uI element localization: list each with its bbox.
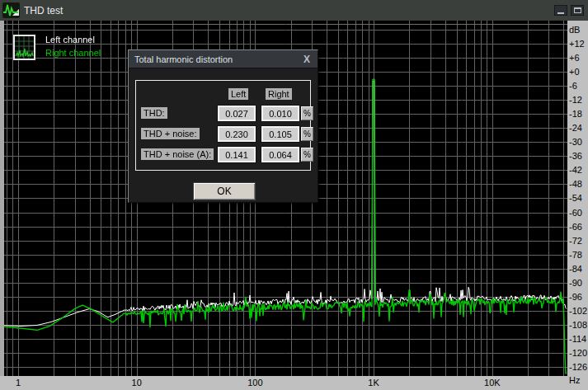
y-tick-label: -72 (569, 236, 582, 246)
y-tick-label: -12 (569, 95, 582, 105)
y-tick-label: -114 (569, 334, 586, 344)
thd-value-left: 0.027 (218, 106, 256, 121)
thd-row-label: THD: (141, 107, 167, 119)
percent-unit-button[interactable]: % (301, 106, 313, 120)
y-tick-label: -54 (569, 193, 582, 203)
x-tick-label: 10K (484, 378, 501, 388)
y-tick-label: -96 (569, 292, 582, 302)
thd-value-left: 0.230 (218, 126, 256, 142)
y-axis-unit-label: dB (569, 25, 580, 35)
y-tick-label: -120 (569, 348, 587, 358)
y-tick-label: +6 (569, 53, 580, 63)
y-tick-label: -60 (569, 208, 582, 218)
y-tick-label: -42 (569, 165, 582, 175)
column-header-left: Left (228, 88, 248, 100)
y-tick-label: -6 (569, 81, 577, 91)
thd-value-right: 0.105 (261, 126, 299, 142)
x-tick-label: 10 (132, 378, 142, 388)
y-tick-label: +12 (569, 39, 585, 49)
app-window: THD test dB+12+6+0-6-12-18-24-30-36-42-4… (0, 0, 588, 390)
y-tick-label: -90 (569, 278, 582, 288)
dialog-title-bar[interactable]: Total harmonic distortion X (129, 50, 318, 68)
close-icon[interactable]: X (302, 54, 312, 64)
window-title: THD test (24, 5, 63, 16)
thd-row-label: THD + noise (A): (141, 148, 214, 160)
legend-right-channel: Right channel (45, 47, 101, 59)
legend-left-channel: Left channel (45, 34, 101, 46)
y-tick-label: +0 (569, 67, 580, 77)
y-tick-label: -126 (569, 362, 587, 372)
y-tick-label: -30 (569, 137, 582, 147)
maximize-button[interactable] (571, 5, 584, 16)
y-tick-label: -48 (569, 179, 582, 189)
ok-button[interactable]: OK (193, 182, 256, 200)
percent-unit-button[interactable]: % (301, 127, 313, 141)
dialog-title: Total harmonic distortion (134, 54, 233, 64)
app-waveform-icon (2, 2, 20, 18)
y-tick-label: -102 (569, 306, 587, 316)
spectrum-legend-icon (13, 35, 35, 60)
minimize-icon (557, 12, 564, 14)
x-tick-label: 1K (368, 378, 379, 388)
y-axis-strip: dB+12+6+0-6-12-18-24-30-36-42-48-54-60-6… (567, 21, 588, 390)
thd-dialog: Total harmonic distortion X Left Right T… (128, 49, 318, 203)
y-tick-label: -84 (569, 264, 582, 274)
maximize-icon (574, 7, 581, 13)
x-tick-label: 1 (16, 378, 21, 388)
minimize-button[interactable] (554, 5, 567, 16)
y-tick-label: -108 (569, 320, 587, 330)
x-tick-label: 100 (247, 378, 262, 388)
y-tick-label: -66 (569, 222, 582, 232)
x-axis-unit-label: Hz (569, 375, 580, 385)
y-tick-label: -18 (569, 109, 582, 119)
thd-row-label: THD + noise: (141, 128, 200, 139)
plot-legend: Left channel Right channel (13, 33, 101, 60)
percent-unit-button[interactable]: % (301, 148, 313, 162)
thd-value-left: 0.141 (218, 147, 256, 162)
thd-value-right: 0.064 (261, 147, 299, 162)
x-axis-strip: 1101001K10K (0, 376, 567, 390)
y-tick-label: -24 (569, 123, 582, 133)
title-bar[interactable]: THD test (0, 0, 588, 21)
y-tick-label: -36 (569, 151, 582, 161)
thd-value-right: 0.010 (261, 106, 299, 121)
y-tick-label: -78 (569, 250, 582, 260)
column-header-right: Right (266, 88, 292, 100)
